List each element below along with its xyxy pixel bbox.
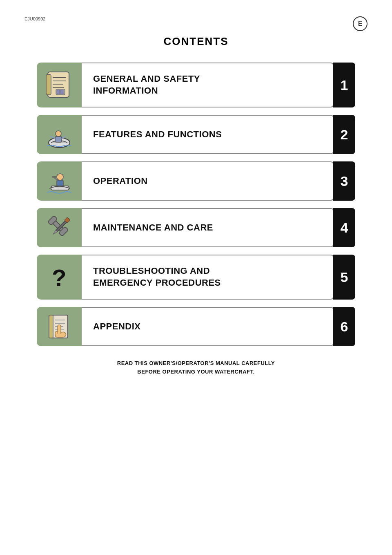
- toc-item-4[interactable]: MAINTENANCE AND CARE 4: [37, 208, 355, 247]
- toc-label-1: GENERAL AND SAFETY INFORMATION: [93, 73, 200, 96]
- toc-item-2[interactable]: FEATURES AND FUNCTIONS 2: [37, 115, 355, 154]
- toc-number-4: 4: [341, 220, 348, 236]
- toc-item-1[interactable]: GENERAL AND SAFETY INFORMATION 1: [37, 63, 355, 107]
- number-box-6: 6: [333, 307, 355, 346]
- toc-label-3: OPERATION: [93, 175, 148, 187]
- toc-number-3: 3: [341, 173, 348, 189]
- label-box-2: FEATURES AND FUNCTIONS: [82, 115, 334, 154]
- toc-number-5: 5: [341, 269, 348, 285]
- doc-id: EJU00992: [24, 16, 45, 21]
- label-box-4: MAINTENANCE AND CARE: [82, 208, 334, 247]
- toc-label-2: FEATURES AND FUNCTIONS: [93, 129, 222, 141]
- number-box-5: 5: [333, 255, 355, 300]
- operation-icon: [43, 165, 76, 197]
- toc-label-4: MAINTENANCE AND CARE: [93, 222, 213, 234]
- wrench-icon: [43, 211, 76, 244]
- label-box-5: TROUBLESHOOTING AND EMERGENCY PROCEDURES: [82, 255, 334, 300]
- label-box-1: GENERAL AND SAFETY INFORMATION: [82, 63, 334, 107]
- boat-icon: [43, 118, 76, 151]
- number-box-4: 4: [333, 208, 355, 247]
- toc-label-6: APPENDIX: [93, 321, 140, 333]
- bookhand-icon: [43, 310, 76, 343]
- toc-label-5: TROUBLESHOOTING AND EMERGENCY PROCEDURES: [93, 265, 221, 289]
- icon-box-2: [37, 115, 82, 154]
- toc-number-6: 6: [341, 319, 348, 335]
- toc-number-1: 1: [341, 77, 348, 93]
- label-box-3: OPERATION: [82, 161, 334, 201]
- svg-rect-27: [49, 315, 53, 338]
- svg-rect-1: [46, 74, 51, 95]
- toc-item-6[interactable]: APPENDIX 6: [37, 307, 355, 346]
- svg-text:?: ?: [52, 264, 66, 291]
- toc-number-2: 2: [341, 127, 348, 143]
- page: EJU00992 E CONTENTS: [0, 0, 392, 555]
- label-box-6: APPENDIX: [82, 307, 334, 346]
- svg-line-12: [50, 136, 55, 139]
- toc-item-5[interactable]: ? TROUBLESHOOTING AND EMERGENCY PROCEDUR…: [37, 255, 355, 300]
- svg-rect-8: [60, 90, 63, 94]
- footer-note: READ THIS OWNER'S/OPERATOR'S MANUAL CARE…: [24, 359, 368, 376]
- scroll-icon: [43, 69, 76, 101]
- icon-box-5: ?: [37, 255, 82, 300]
- toc-list: GENERAL AND SAFETY INFORMATION 1: [37, 63, 355, 346]
- icon-box-4: [37, 208, 82, 247]
- number-box-2: 2: [333, 115, 355, 154]
- number-box-1: 1: [333, 63, 355, 107]
- svg-marker-23: [52, 230, 58, 235]
- svg-rect-7: [57, 90, 60, 94]
- lang-badge: E: [353, 16, 368, 31]
- toc-item-3[interactable]: OPERATION 3: [37, 161, 355, 201]
- icon-box-3: [37, 161, 82, 201]
- page-title: CONTENTS: [24, 35, 368, 48]
- question-icon: ?: [43, 261, 76, 293]
- svg-point-10: [56, 131, 61, 137]
- svg-rect-11: [55, 137, 62, 142]
- icon-box-6: [37, 307, 82, 346]
- icon-box-1: [37, 63, 82, 107]
- number-box-3: 3: [333, 161, 355, 201]
- top-meta: EJU00992 E: [24, 16, 368, 31]
- svg-point-14: [57, 174, 63, 180]
